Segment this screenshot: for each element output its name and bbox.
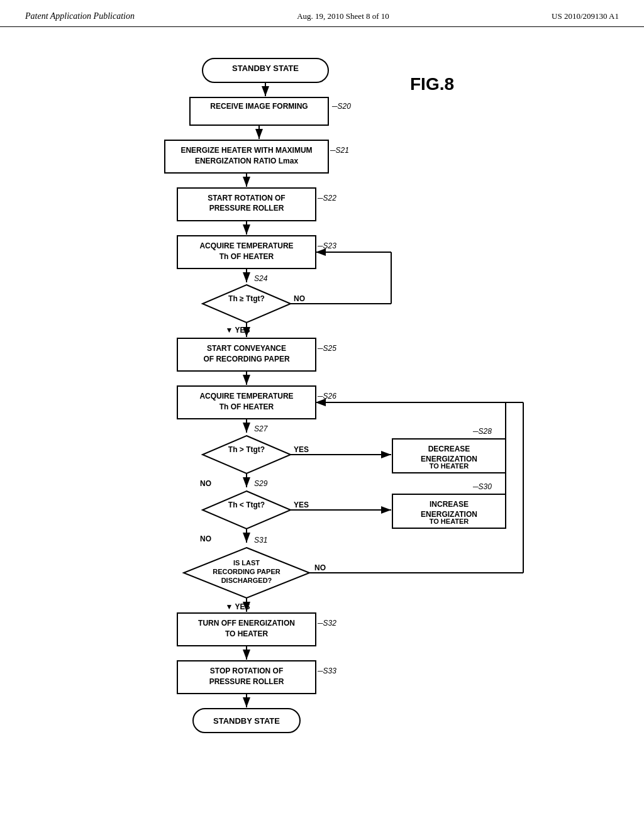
s22-text1: START ROTATION OF — [208, 194, 285, 202]
s27-text: Th > Ttgt? — [228, 445, 265, 454]
s33-text1: STOP ROTATION OF — [210, 667, 283, 675]
s20-text: RECEIVE IMAGE FORMING — [210, 102, 308, 111]
header-patent-number: US 2010/209130 A1 — [552, 11, 619, 21]
s25-text2: OF RECORDING PAPER — [203, 355, 289, 363]
s33-label: ─S33 — [317, 667, 336, 675]
s24-no: NO — [294, 294, 305, 303]
s32-text2: TO HEATER — [225, 629, 269, 638]
s24-text1: Th ≥ Ttgt? — [228, 294, 265, 303]
s29-no: NO — [200, 534, 211, 543]
s23-label: ─S23 — [317, 241, 336, 250]
s31-no: NO — [314, 563, 326, 572]
s21-text1: ENERGIZE HEATER WITH MAXIMUM — [180, 146, 312, 155]
figure-label: FIG.8 — [410, 74, 454, 94]
svg-marker-20 — [203, 436, 291, 473]
page-header: Patent Application Publication Aug. 19, … — [0, 0, 644, 27]
s20-label: ─S20 — [331, 102, 351, 111]
s26-text2: Th OF HEATER — [219, 402, 274, 411]
s29-label: S29 — [254, 479, 268, 488]
standby-start-label: STANDBY STATE — [232, 64, 299, 73]
s28-text1: DECREASE — [428, 445, 470, 453]
s28-label: ─S28 — [472, 427, 492, 436]
s21-label: ─S21 — [330, 146, 349, 155]
s32-label: ─S32 — [317, 619, 336, 628]
s29-yes: YES — [294, 501, 309, 509]
s31-text2: RECORDING PAPER — [213, 568, 280, 575]
s31-text3: DISCHARGED? — [221, 577, 272, 584]
s27-yes: YES — [294, 445, 309, 454]
svg-marker-11 — [203, 285, 291, 323]
s33-text2: PRESSURE ROLLER — [209, 677, 284, 686]
s25-text1: START CONVEYANCE — [207, 344, 286, 353]
s23-text1: ACQUIRE TEMPERATURE — [199, 241, 293, 250]
standby-end-label: STANDBY STATE — [213, 716, 280, 726]
s21-text2: ENERGIZATION RATIO Lmax — [195, 157, 299, 165]
s23-text2: Th OF HEATER — [219, 252, 274, 261]
s26-label: ─S26 — [317, 392, 336, 401]
diagram-area: FIG.8 STANDBY STATE RECEIVE IMAGE FORMIN… — [0, 27, 644, 794]
s22-text2: PRESSURE ROLLER — [209, 204, 284, 213]
s29-text: Th < Ttgt? — [228, 501, 265, 509]
s32-text1: TURN OFF ENERGIZATION — [198, 619, 295, 628]
header-date-sheet: Aug. 19, 2010 Sheet 8 of 10 — [297, 11, 389, 21]
svg-marker-26 — [203, 491, 291, 529]
s30-text3: TO HEATER — [430, 517, 469, 525]
s28-text3: TO HEATER — [430, 462, 469, 470]
s26-text1: ACQUIRE TEMPERATURE — [199, 392, 293, 401]
s24-label: S24 — [254, 274, 268, 283]
s31-label: S31 — [254, 536, 267, 545]
s31-text1: IS LAST — [233, 559, 260, 567]
s30-label: ─S30 — [472, 482, 492, 491]
header-publication: Patent Application Publication — [25, 11, 135, 21]
s25-label: ─S25 — [317, 344, 336, 353]
s30-text1: INCREASE — [430, 500, 469, 509]
s22-label: ─S22 — [317, 194, 336, 202]
flowchart-svg: FIG.8 STANDBY STATE RECEIVE IMAGE FORMIN… — [83, 40, 561, 782]
s27-label: S27 — [254, 424, 269, 433]
s27-no: NO — [200, 479, 211, 488]
